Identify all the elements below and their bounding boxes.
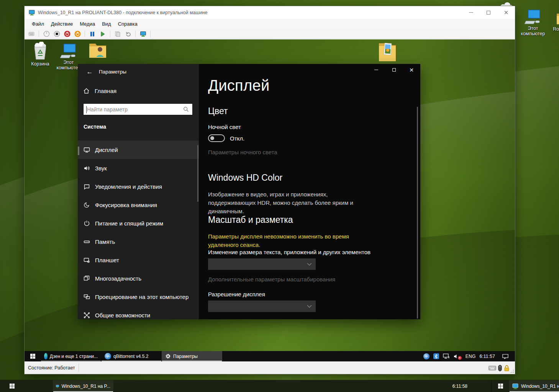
night-light-settings-link[interactable]: Параметры ночного света (208, 149, 277, 155)
volume-muted-icon[interactable]: ✕ (454, 354, 459, 359)
night-light-label: Ночной свет (208, 124, 241, 130)
menu-action[interactable]: Действие (48, 19, 76, 29)
menu-view[interactable]: Вид (98, 19, 115, 29)
taskbar-button-label: qBittorrent v4.5.2 (113, 354, 148, 359)
search-input[interactable] (84, 106, 183, 113)
vm-titlebar[interactable]: Windows_10_R1 на PROLIANT-DL380 - подклю… (25, 6, 515, 19)
sidebar-item-home[interactable]: Главная (83, 88, 116, 94)
enhanced-session-icon (140, 31, 146, 37)
hyperv-app-icon (29, 10, 35, 16)
folder-icon (556, 11, 559, 25)
toolbar-separator (150, 31, 151, 37)
menu-media[interactable]: Медиа (76, 19, 98, 29)
menu-help[interactable]: Справка (115, 19, 141, 29)
resolution-dropdown-label: Разрешение дисплея (208, 291, 265, 297)
shut-down-vm-button[interactable] (63, 30, 71, 38)
guest-clock[interactable]: 6:11:57 (479, 354, 495, 359)
sidebar-item-label: Планшет (95, 257, 119, 263)
save-orange-icon (74, 31, 81, 37)
sidebar-item-label: Звук (95, 165, 107, 172)
minimize-icon (374, 70, 378, 70)
settings-search-box[interactable] (83, 103, 193, 115)
maximize-button[interactable] (385, 64, 403, 76)
sidebar-left-scrollbar[interactable] (78, 147, 79, 155)
bluetooth-icon[interactable] (433, 353, 439, 359)
search-icon[interactable] (183, 106, 192, 112)
sidebar-scrollbar[interactable] (197, 145, 198, 202)
desktop-icon-label: Корзина (25, 61, 55, 67)
host-desktop-icon-this-pc[interactable]: Этот компьютер (518, 9, 548, 37)
settings-sidebar: ← Параметры Главная Система (78, 64, 199, 319)
night-light-state: Откл. (230, 135, 244, 142)
sidebar-item-storage[interactable]: Память (78, 232, 199, 251)
vm-menubar: Файл Действие Медиа Вид Справка (25, 19, 515, 29)
close-button[interactable]: ✕ (403, 64, 420, 76)
guest-system-tray: qb ✕ ENG 6:11:57 (423, 351, 515, 361)
taskbar-button-settings[interactable]: Параметры (162, 351, 222, 361)
pause-icon (90, 31, 95, 37)
host-desktop-icon-folder[interactable]: Ror (547, 11, 559, 32)
scale-dropdown[interactable] (208, 258, 316, 270)
main-scrollbar[interactable] (417, 107, 418, 318)
guest-screen: Корзина Этот компьютер (25, 39, 515, 361)
play-icon (100, 31, 105, 37)
language-indicator[interactable]: ENG (466, 354, 476, 359)
minimize-button[interactable] (367, 64, 385, 76)
guest-taskbar: Дзен и еще 1 страни... qb qBittorrent v4… (25, 351, 515, 361)
save-vm-button[interactable] (74, 30, 81, 38)
guest-desktop-icon-pictures-folder[interactable] (372, 40, 402, 63)
resolution-dropdown[interactable] (208, 301, 316, 312)
enhanced-session-button[interactable] (139, 30, 147, 38)
guest-desktop-icon-user-folder[interactable] (83, 42, 113, 59)
network-icon[interactable] (443, 353, 450, 359)
mute-badge-icon: ✕ (458, 356, 462, 360)
host-start-button-monitor2[interactable] (492, 380, 509, 392)
menu-file[interactable]: Файл (28, 19, 48, 29)
taskbar-button-label: Дзен и еще 1 страни... (50, 354, 98, 359)
close-icon: ✕ (504, 10, 509, 15)
sidebar-item-multitasking[interactable]: Многозадачность (78, 269, 199, 287)
revert-button[interactable] (124, 30, 132, 38)
sidebar-item-sound[interactable]: Звук (78, 159, 199, 177)
close-button[interactable]: ✕ (497, 6, 515, 19)
host-taskbar-button-vm-monitor2[interactable]: Windows_10_R1 на P. (509, 380, 559, 392)
taskbar-button-qbittorrent[interactable]: qb qBittorrent v4.5.2 (101, 351, 162, 361)
sidebar-item-projecting[interactable]: Проецирование на этот компьютер (78, 287, 199, 306)
night-light-toggle[interactable] (208, 134, 225, 142)
ctrl-alt-del-button[interactable] (28, 30, 35, 38)
host-taskbar-button-vm[interactable]: Windows_10_R1 на P... (53, 380, 113, 392)
back-button[interactable]: ← (83, 66, 96, 78)
back-arrow-icon: ← (87, 68, 93, 76)
vm-toolbar (25, 29, 515, 39)
color-section-heading: Цвет (208, 106, 228, 116)
maximize-button[interactable] (480, 6, 497, 19)
qbittorrent-tray-icon[interactable]: qb (423, 353, 429, 359)
checkpoint-button[interactable] (114, 30, 121, 38)
minimize-button[interactable] (462, 6, 480, 19)
host-start-button[interactable] (3, 380, 21, 392)
maximize-icon (487, 11, 490, 15)
shared-experiences-icon (84, 312, 90, 318)
sidebar-item-notifications[interactable]: Уведомления и действия (78, 177, 199, 196)
settings-window: ← Параметры Главная Система (78, 64, 420, 319)
host-clock[interactable]: 6:11:58 (448, 380, 472, 392)
sidebar-item-label: Память (95, 238, 115, 245)
turn-off-vm-button[interactable] (53, 30, 61, 38)
sidebar-item-focus-assist[interactable]: Фокусировка внимания (78, 196, 199, 214)
guest-desktop-icon-recycle-bin[interactable]: Корзина (25, 42, 55, 67)
advanced-scaling-link[interactable]: Дополнительные параметры масштабирования (208, 276, 335, 283)
sidebar-item-label: Проецирование на этот компьютер (95, 294, 189, 300)
pause-vm-button[interactable] (89, 30, 96, 38)
sidebar-item-tablet[interactable]: Планшет (78, 251, 199, 269)
sidebar-item-display[interactable]: Дисплей (78, 140, 199, 159)
sidebar-item-label: Общие возможности (95, 312, 150, 318)
start-vm-button[interactable] (43, 30, 50, 38)
sidebar-item-power-sleep[interactable]: Питание и спящий режим (78, 214, 199, 232)
hyperv-app-icon (512, 383, 518, 389)
resume-vm-button[interactable] (99, 30, 107, 38)
taskbar-button-edge[interactable]: Дзен и еще 1 страни... (41, 351, 101, 361)
guest-start-button[interactable] (25, 351, 41, 361)
sidebar-item-shared-experiences[interactable]: Общие возможности (78, 306, 199, 324)
action-center-icon[interactable] (502, 353, 509, 359)
qbittorrent-icon: qb (105, 353, 111, 359)
